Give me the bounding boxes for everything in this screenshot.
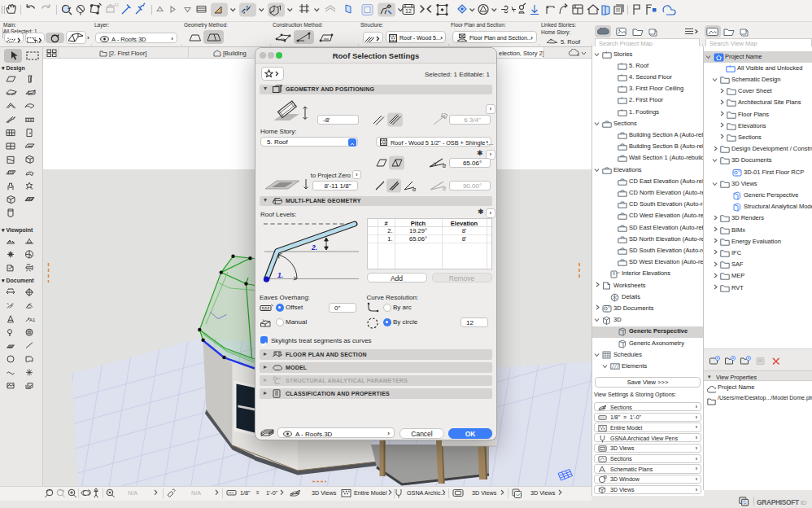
svg-text:≡: ≡: [256, 489, 260, 495]
svg-text:d: d: [577, 52, 579, 57]
svg-text:1/8": 1/8": [240, 489, 251, 497]
svg-text:GSNA Archic...: GSNA Archic...: [407, 489, 446, 497]
svg-text:3D Views: 3D Views: [312, 489, 337, 497]
svg-text:A1: A1: [114, 2, 119, 7]
svg-text:α: α: [443, 163, 447, 169]
svg-text:N/A: N/A: [128, 489, 138, 497]
svg-text:A1: A1: [29, 318, 36, 322]
svg-text:1.: 1.: [277, 271, 283, 279]
svg-text:α: α: [443, 186, 447, 191]
svg-text:α: α: [413, 186, 417, 192]
svg-text:2.: 2.: [311, 243, 317, 252]
svg-text:3D Views: 3D Views: [530, 489, 556, 497]
svg-text:N/A: N/A: [191, 489, 201, 497]
svg-text:Entire Model: Entire Model: [354, 489, 387, 497]
svg-text:3D Views: 3D Views: [472, 489, 497, 497]
svg-text:1'-0": 1'-0": [266, 489, 278, 497]
svg-text:12: 12: [405, 8, 412, 14]
